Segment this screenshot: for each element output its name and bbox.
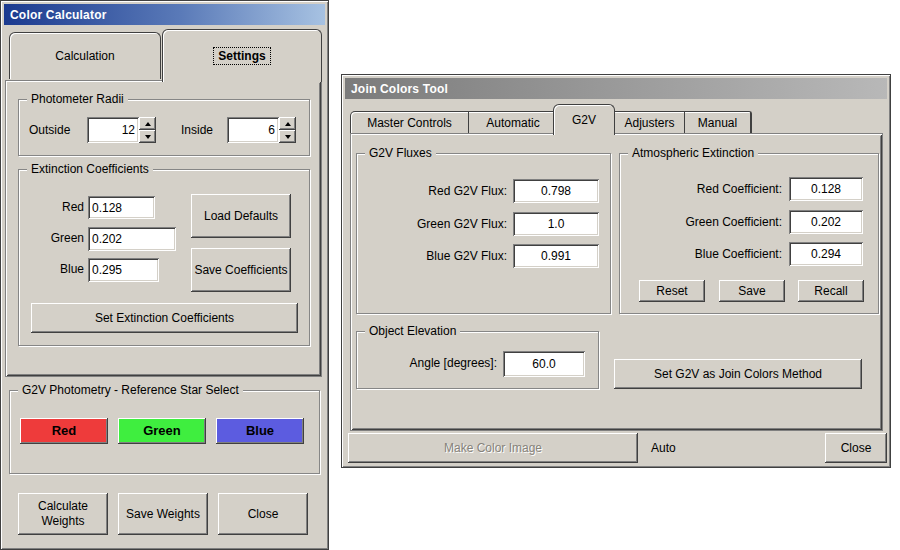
color-calculator-titlebar[interactable]: Color Calculator	[4, 4, 325, 25]
auto-label: Auto	[651, 441, 676, 455]
join-colors-tabstrip: Master Controls Automatic Adjusters Manu…	[350, 111, 752, 133]
group-legend: G2V Photometry - Reference Star Select	[18, 383, 243, 397]
close-button[interactable]: Close	[218, 493, 308, 535]
reference-star-red-button[interactable]: Red	[20, 418, 108, 444]
inside-radius-input[interactable]	[227, 117, 279, 143]
button-label: Close	[841, 441, 872, 456]
outside-label: Outside	[29, 123, 70, 137]
button-label: Set Extinction Coefficients	[95, 311, 234, 326]
set-g2v-method-button[interactable]: Set G2V as Join Colors Method	[614, 359, 862, 389]
tab-label: Automatic	[486, 116, 539, 130]
angle-degrees-input[interactable]	[503, 351, 585, 377]
window-title: Color Calculator	[10, 8, 107, 22]
button-label: Save Coefficients	[194, 263, 287, 278]
group-legend: Photometer Radii	[27, 92, 128, 106]
button-label: Save Weights	[126, 507, 200, 522]
blue-coefficient-input[interactable]	[789, 242, 863, 266]
join-colors-titlebar[interactable]: Join Colors Tool	[345, 78, 887, 99]
green-coefficient-input[interactable]	[789, 210, 863, 234]
button-label: Close	[248, 507, 279, 522]
tab-label: Adjusters	[624, 116, 674, 130]
button-label: Red	[52, 423, 77, 439]
tab-settings[interactable]: Settings	[162, 29, 322, 82]
load-defaults-button[interactable]: Load Defaults	[191, 194, 291, 238]
red-coefficient-label: Red Coefficient:	[637, 182, 782, 196]
tab-label: G2V	[572, 113, 596, 127]
tab-automatic[interactable]: Automatic	[469, 112, 557, 133]
close-button[interactable]: Close	[825, 433, 887, 463]
red-coefficient-label: Red	[31, 200, 84, 214]
red-g2v-flux-input[interactable]	[513, 179, 599, 203]
green-coefficient-label: Green Coefficient:	[637, 215, 782, 229]
green-g2v-flux-label: Green G2V Flux:	[372, 217, 507, 231]
calculate-weights-button[interactable]: Calculate Weights	[18, 493, 108, 535]
blue-coefficient-label: Blue Coefficient:	[637, 247, 782, 261]
outside-radius-spinner	[139, 117, 156, 143]
green-coefficient-input[interactable]	[88, 227, 176, 251]
color-calculator-window: Color Calculator Calculation Settings Ph…	[0, 0, 329, 550]
red-coefficient-input[interactable]	[88, 196, 155, 219]
tab-label: Manual	[698, 116, 737, 130]
arrow-up-icon	[145, 122, 151, 126]
spin-down-button[interactable]	[279, 130, 296, 143]
reset-button[interactable]: Reset	[639, 280, 705, 302]
group-legend: Object Elevation	[365, 324, 460, 338]
join-colors-tool-window: Join Colors Tool Master Controls Automat…	[341, 74, 891, 468]
arrow-down-icon	[285, 135, 291, 139]
tab-manual[interactable]: Manual	[685, 112, 751, 133]
spin-up-button[interactable]	[139, 117, 156, 130]
red-coefficient-input[interactable]	[789, 177, 863, 201]
inside-label: Inside	[181, 123, 213, 137]
tab-label: Calculation	[55, 49, 114, 63]
group-legend: Extinction Coefficients	[27, 162, 153, 176]
angle-degrees-label: Angle [degrees]:	[372, 356, 497, 370]
blue-g2v-flux-input[interactable]	[513, 244, 599, 268]
button-label: Save	[738, 284, 765, 299]
window-title: Join Colors Tool	[351, 82, 448, 96]
tab-adjusters[interactable]: Adjusters	[615, 112, 685, 133]
make-color-image-button[interactable]: Make Color Image	[348, 433, 638, 463]
blue-coefficient-label: Blue	[31, 262, 84, 276]
inside-radius-spinner	[279, 117, 296, 143]
button-label: Recall	[814, 284, 847, 299]
set-extinction-coefficients-button[interactable]: Set Extinction Coefficients	[31, 303, 298, 333]
button-label: Set G2V as Join Colors Method	[654, 367, 822, 382]
reference-star-green-button[interactable]: Green	[118, 418, 206, 444]
spin-up-button[interactable]	[279, 117, 296, 130]
arrow-up-icon	[285, 122, 291, 126]
group-legend: Atmospheric Extinction	[628, 146, 758, 160]
desktop: Color Calculator Calculation Settings Ph…	[0, 0, 900, 550]
tab-label: Master Controls	[367, 116, 452, 130]
save-coefficients-button[interactable]: Save Coefficients	[191, 248, 291, 292]
blue-coefficient-input[interactable]	[88, 258, 159, 282]
group-legend: G2V Fluxes	[365, 146, 436, 160]
arrow-down-icon	[145, 135, 151, 139]
tab-calculation[interactable]: Calculation	[9, 32, 161, 79]
green-coefficient-label: Green	[31, 231, 84, 245]
tab-label: Settings	[214, 48, 269, 64]
button-label: Blue	[246, 423, 274, 439]
red-g2v-flux-label: Red G2V Flux:	[372, 184, 507, 198]
save-button[interactable]: Save	[719, 280, 785, 302]
tab-master-controls[interactable]: Master Controls	[351, 112, 469, 133]
button-label: Make Color Image	[444, 441, 542, 456]
recall-button[interactable]: Recall	[798, 280, 864, 302]
button-label: Green	[143, 423, 181, 439]
save-weights-button[interactable]: Save Weights	[118, 493, 208, 535]
button-label: Reset	[656, 284, 687, 299]
button-label: Load Defaults	[204, 209, 278, 224]
reference-star-blue-button[interactable]: Blue	[216, 418, 304, 444]
blue-g2v-flux-label: Blue G2V Flux:	[372, 249, 507, 263]
tab-g2v[interactable]: G2V	[553, 104, 615, 135]
button-label: Calculate Weights	[20, 499, 106, 529]
green-g2v-flux-input[interactable]	[513, 212, 599, 236]
spin-down-button[interactable]	[139, 130, 156, 143]
outside-radius-input[interactable]	[87, 117, 139, 143]
